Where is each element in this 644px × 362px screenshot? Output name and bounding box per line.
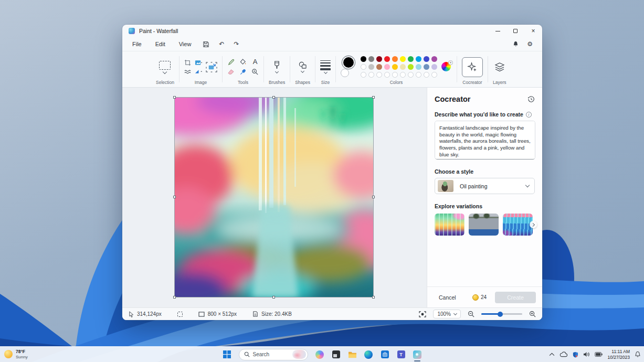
cocreator-button[interactable] [462,57,483,77]
selection-handle[interactable] [372,296,375,299]
zoom-out-icon[interactable] [468,311,474,317]
empty-color-swatch[interactable] [416,72,421,78]
variation-thumbnail-3[interactable] [503,214,533,236]
color-swatch[interactable] [384,64,390,70]
background-color-swatch[interactable] [341,69,349,77]
titlebar[interactable]: Paint - Waterfall × [122,25,542,37]
color-swatch[interactable] [431,56,437,62]
color-swatch[interactable] [376,56,382,62]
teams-icon[interactable]: T [397,350,406,359]
settings-gear-icon[interactable]: ⚙ [527,40,533,48]
zoom-slider[interactable] [481,313,522,315]
search-highlight-image[interactable] [292,350,306,359]
color-swatch[interactable] [431,64,437,70]
microsoft-store-icon[interactable] [381,350,389,359]
layers-icon[interactable] [494,62,505,72]
pencil-tool-icon[interactable] [227,58,235,66]
color-swatch[interactable] [408,64,414,70]
battery-icon[interactable] [595,352,603,357]
empty-color-swatch[interactable] [400,72,406,78]
empty-color-swatch[interactable] [424,72,429,78]
color-swatch[interactable] [424,56,429,62]
chevron-down-icon[interactable] [163,69,167,73]
save-icon[interactable] [198,40,214,49]
selection-handle[interactable] [272,296,275,299]
cancel-button[interactable]: Cancel [434,292,461,303]
color-swatch[interactable] [408,56,414,62]
tray-chevron-up-icon[interactable] [549,353,555,356]
bell-icon[interactable] [513,41,519,47]
selection-tool[interactable] [159,61,171,70]
variation-thumbnail-1[interactable] [435,214,464,236]
selection-handle[interactable] [173,196,176,198]
taskbar-dark-app-icon[interactable] [332,350,341,359]
create-button[interactable]: Create [495,292,536,303]
text-tool-icon[interactable]: A [253,59,258,65]
eraser-tool-icon[interactable] [227,69,235,75]
shapes-icon[interactable] [298,61,307,69]
menu-file[interactable]: File [125,39,149,49]
zoom-slider-thumb[interactable] [498,312,503,317]
close-button[interactable]: × [524,25,542,37]
menu-edit[interactable]: Edit [149,39,172,49]
chevron-down-icon[interactable] [323,70,327,74]
clock[interactable]: 11:11 AM 10/27/2023 [607,349,630,359]
edge-browser-icon[interactable] [364,350,373,359]
selection-handle[interactable] [272,96,275,99]
file-explorer-icon[interactable] [348,350,357,359]
empty-color-swatch[interactable] [384,72,390,78]
canvas[interactable] [175,98,373,297]
brush-icon[interactable] [273,61,281,70]
start-button[interactable] [223,350,231,359]
selection-handle[interactable] [173,96,176,99]
color-swatch[interactable] [384,56,390,62]
onedrive-cloud-icon[interactable] [559,352,568,357]
color-swatch[interactable] [368,56,374,62]
chevron-down-icon[interactable] [275,70,279,73]
line-size-icon[interactable] [320,60,331,70]
resize-icon[interactable] [206,62,217,72]
pattern-icon[interactable] [184,69,191,74]
crop-icon[interactable] [184,59,191,66]
color-swatch[interactable] [400,64,406,70]
color-swatch[interactable] [424,64,429,70]
selection-handle[interactable] [372,96,375,99]
color-swatch[interactable] [368,64,374,70]
volume-icon[interactable] [583,352,590,357]
zoom-in-icon[interactable] [529,311,536,317]
color-swatch[interactable] [392,56,398,62]
empty-color-swatch[interactable] [361,72,366,78]
weather-widget[interactable]: 78°F Sunny [4,349,28,359]
copilot-icon[interactable] [315,350,324,359]
paint-taskbar-icon[interactable] [413,350,422,359]
prompt-textarea[interactable]: Fantastical landscape inspired by the be… [435,121,535,159]
flip-icon[interactable] [195,69,203,74]
taskbar-search[interactable]: Search [239,349,308,360]
edit-colors-button[interactable]: + [441,62,452,72]
history-icon[interactable] [527,95,535,103]
empty-color-swatch[interactable] [392,72,398,78]
color-swatch[interactable] [416,64,421,70]
empty-color-swatch[interactable] [368,72,374,78]
maximize-button[interactable] [506,25,524,37]
empty-color-swatch[interactable] [408,72,414,78]
variation-thumbnail-2[interactable] [469,214,499,236]
selection-handle[interactable] [372,196,375,198]
chevron-down-icon[interactable] [301,69,304,73]
color-swatch[interactable] [416,56,421,62]
carousel-next-button[interactable] [530,221,537,228]
selection-handle[interactable] [173,296,176,299]
color-swatch[interactable] [361,64,366,70]
magnifier-tool-icon[interactable] [251,68,259,76]
color-swatch[interactable] [400,56,406,62]
windows-security-icon[interactable] [573,352,578,358]
redo-icon[interactable]: ↷ [229,39,244,49]
eyedropper-tool-icon[interactable] [239,68,247,76]
rotate-image-icon[interactable] [195,60,203,66]
undo-icon[interactable]: ↶ [214,39,229,49]
fit-to-screen-icon[interactable] [419,311,426,317]
info-icon[interactable]: i [526,112,532,118]
foreground-color-swatch[interactable] [343,57,354,68]
color-swatch[interactable] [361,56,366,62]
color-swatch[interactable] [392,64,398,70]
